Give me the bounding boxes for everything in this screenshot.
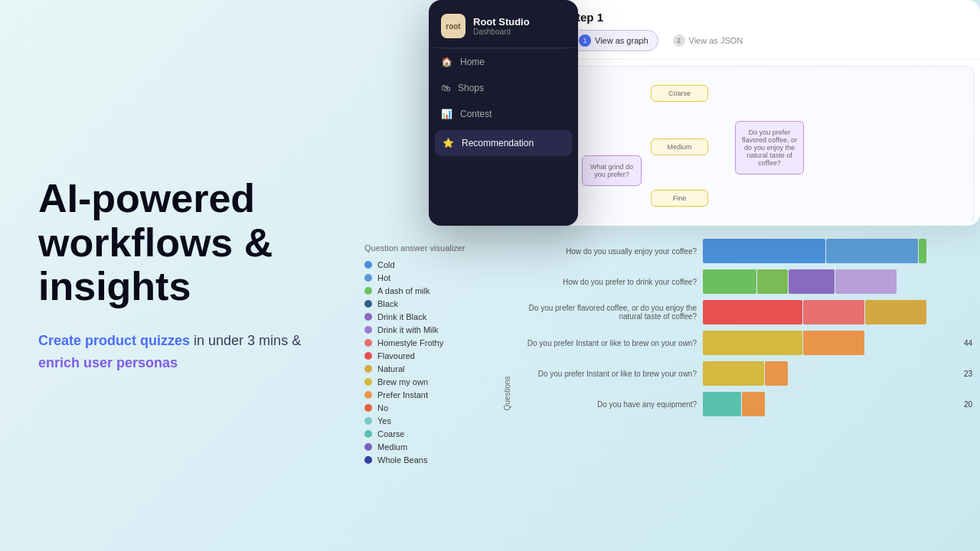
chart-row: Do you prefer Instant or like to brew on… — [513, 331, 972, 355]
chart-row: How do you prefer to drink your coffee? — [513, 269, 972, 294]
chart-bars — [703, 331, 955, 355]
legend-dot — [364, 391, 372, 399]
questions-label: Questions — [503, 376, 511, 410]
visualizer-area: Question answer visualizer ColdHotA dash… — [352, 236, 980, 551]
chart-question: Do you prefer flavored coffee, or do you… — [513, 304, 697, 321]
chart-bar — [703, 392, 741, 416]
sub-text: Create product quizzes in under 3 mins &… — [38, 330, 314, 374]
legend-dot — [364, 287, 372, 295]
legend-item: Whole Beans — [364, 455, 493, 465]
flow-node: Medium — [651, 139, 708, 155]
chart-question: How do you prefer to drink your coffee? — [513, 278, 697, 286]
chart-bar — [789, 269, 835, 294]
chart-area: Questions How do you usually enjoy your … — [505, 236, 980, 551]
chart-bar — [865, 300, 926, 324]
legend-dot — [364, 404, 372, 412]
chart-bar — [765, 361, 788, 386]
chart-question: Do you prefer Instant or like to brew yo… — [513, 370, 697, 378]
flow-node: What grind do you prefer? — [582, 155, 642, 186]
chart-question: Do you have any equipment? — [513, 400, 697, 409]
flowchart-header: Step 1 1 View as graph 2 View as JSON — [555, 0, 980, 60]
viz-title: Question answer visualizer — [364, 243, 493, 253]
chart-count: 23 — [964, 370, 972, 378]
chart-bars — [703, 269, 972, 294]
chart-bar — [826, 239, 918, 263]
tab-graph[interactable]: 1 View as graph — [569, 30, 658, 51]
legend-dot — [364, 456, 372, 464]
chart-bar — [742, 392, 765, 416]
nav-item-home[interactable]: 🏠Home — [429, 49, 578, 75]
chart-container: How do you usually enjoy your coffee?How… — [513, 236, 972, 422]
chart-count: 44 — [964, 339, 972, 347]
chart-bars — [703, 239, 972, 263]
legend-dot — [364, 300, 372, 308]
legend-dot — [364, 430, 372, 438]
chart-count: 20 — [964, 400, 972, 409]
legend-item: Cold — [364, 260, 493, 269]
legend-item: Drink it Black — [364, 312, 493, 321]
chart-bar — [703, 300, 802, 324]
nav-icon: 🛍 — [441, 83, 450, 93]
legend-item: Drink it with Milk — [364, 325, 493, 334]
chart-question: Do you prefer Instant or like to brew on… — [513, 339, 697, 347]
legend-dot — [364, 443, 372, 451]
legend-item: Black — [364, 299, 493, 308]
chart-row: Do you prefer flavored coffee, or do you… — [513, 300, 972, 324]
legend-item: Brew my own — [364, 377, 493, 386]
chart-question: How do you usually enjoy your coffee? — [513, 247, 697, 256]
chart-bars — [703, 392, 955, 416]
create-quizzes-link[interactable]: Create product quizzes — [38, 333, 190, 348]
legend-dot — [364, 274, 372, 282]
step-label: Step 1 — [569, 11, 966, 24]
chart-row: Do you prefer Instant or like to brew yo… — [513, 361, 972, 386]
flow-node: Do you prefer flavored coffee, or do you… — [735, 121, 804, 174]
nav-item-recommendation[interactable]: ⭐Recommendation — [435, 130, 572, 156]
legend-item: Homestyle Frothy — [364, 338, 493, 347]
app-title: Root Studio — [473, 16, 530, 28]
app-header: root Root Studio Dashboard — [429, 0, 578, 48]
flowchart-canvas: CoarseMediumFineWhat grind do you prefer… — [561, 66, 974, 226]
nav-container: 🏠Home🛍Shops📊Contest⭐Recommendation — [429, 49, 578, 156]
chart-bars — [703, 300, 972, 324]
chart-bar — [757, 269, 788, 294]
chart-bar — [703, 331, 802, 355]
nav-icon: 📊 — [441, 109, 452, 119]
legend-dot — [364, 352, 372, 360]
legend-item: Hot — [364, 273, 493, 282]
view-tabs: 1 View as graph 2 View as JSON — [569, 30, 966, 51]
legend-panel: Question answer visualizer ColdHotA dash… — [352, 236, 505, 551]
flow-node: Fine — [651, 190, 708, 207]
legend-dot — [364, 378, 372, 386]
chart-row: Do you have any equipment?20 — [513, 392, 972, 416]
legend-item: Yes — [364, 416, 493, 425]
flowchart-area: Step 1 1 View as graph 2 View as JSON Co… — [555, 0, 980, 226]
legend-item: Natural — [364, 364, 493, 373]
app-subtitle: Dashboard — [473, 28, 530, 36]
chart-bars — [703, 361, 955, 386]
app-logo: root — [441, 14, 466, 38]
legend-dot — [364, 326, 372, 334]
left-panel: AI-powered workflows & insights Create p… — [0, 0, 352, 551]
app-mockup: root Root Studio Dashboard 🏠Home🛍Shops📊C… — [429, 0, 578, 226]
legend-dot — [364, 313, 372, 321]
tab-json[interactable]: 2 View as JSON — [663, 30, 753, 51]
legend-dot — [364, 365, 372, 373]
chart-row: How do you usually enjoy your coffee? — [513, 239, 972, 263]
nav-item-contest[interactable]: 📊Contest — [429, 101, 578, 127]
legend-item: No — [364, 403, 493, 412]
flow-node: Coarse — [651, 85, 708, 102]
legend-item: Prefer Instant — [364, 390, 493, 399]
right-area: root Root Studio Dashboard 🏠Home🛍Shops📊C… — [352, 0, 980, 551]
chart-bar — [803, 331, 864, 355]
enrich-personas-link[interactable]: enrich user personas — [38, 355, 178, 370]
chart-bar — [803, 300, 864, 324]
chart-bar — [703, 269, 756, 294]
chart-bar — [703, 361, 764, 386]
legend-item: Coarse — [364, 429, 493, 439]
chart-bar — [835, 269, 897, 294]
legend-item: Flavoured — [364, 351, 493, 360]
legend-item: A dash of milk — [364, 286, 493, 295]
legend-container: ColdHotA dash of milkBlackDrink it Black… — [364, 260, 493, 465]
nav-item-shops[interactable]: 🛍Shops — [429, 75, 578, 101]
nav-icon: ⭐ — [443, 138, 454, 148]
